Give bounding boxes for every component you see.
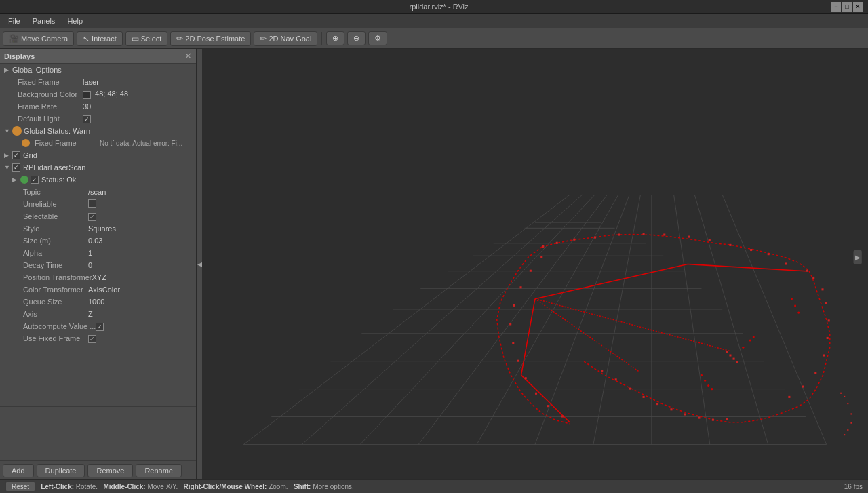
alpha-row[interactable]: Alpha 1 [0,247,196,259]
grid-checkbox[interactable]: ✓ [12,151,20,159]
default-light-row[interactable]: Default Light ✓ [0,113,196,125]
selectable-row[interactable]: Selectable ✓ [0,210,196,222]
close-button[interactable]: ✕ [853,2,863,12]
svg-rect-66 [618,233,620,235]
reset-button[interactable]: Reset [5,481,35,492]
displays-close-button[interactable]: ✕ [184,52,192,60]
queue-size-row[interactable]: Queue Size 1000 [0,296,196,308]
grid-item[interactable]: ▶ ✓ Grid [0,149,196,161]
duplicate-button[interactable]: Duplicate [37,464,85,477]
info-text-area [0,406,196,460]
svg-rect-87 [733,358,735,360]
svg-rect-45 [825,302,827,304]
axis-label: Axis [20,310,88,318]
viewport-expand-arrow[interactable]: ▶ [854,250,862,264]
rename-button[interactable]: Rename [136,464,182,477]
selectable-checkbox[interactable]: ✓ [88,213,96,221]
topic-value: /scan [88,188,195,196]
color-transformer-row[interactable]: Color Transformer AxisColor [0,283,196,296]
default-light-checkbox[interactable]: ✓ [83,115,91,123]
svg-rect-81 [525,377,527,379]
move-camera-button[interactable]: 🎥 Move Camera [3,31,74,46]
minimize-button[interactable]: − [831,2,841,12]
decay-time-row[interactable]: Decay Time 0 [0,259,196,271]
toolbar-plus[interactable]: ⊕ [326,31,344,45]
topic-row[interactable]: Topic /scan [0,186,196,198]
svg-rect-67 [643,233,645,235]
svg-rect-90 [844,396,845,397]
tree-area[interactable]: ▶ Global Options Fixed Frame laser Backg… [0,64,196,406]
axis-row[interactable]: Axis Z [0,308,196,320]
displays-panel: Displays ✕ ▶ Global Options Fixed Frame … [0,49,197,479]
interact-button[interactable]: ↖ Interact [77,31,123,46]
add-button[interactable]: Add [3,464,34,477]
position-transformer-row[interactable]: Position Transformer XYZ [0,271,196,283]
svg-rect-58 [643,396,645,398]
global-status-item[interactable]: ▼ Global Status: Warn [0,125,196,137]
default-light-value: ✓ [83,115,195,123]
svg-point-27 [791,298,793,300]
autocompute-checkbox[interactable]: ✓ [96,323,104,331]
svg-rect-89 [840,393,842,394]
grid-arrow: ▶ [4,152,12,159]
menu-panels[interactable]: Panels [27,16,61,26]
shift-label: Shift: [294,483,311,490]
main-layout: Displays ✕ ▶ Global Options Fixed Frame … [0,49,868,479]
remove-button[interactable]: Remove [87,464,133,477]
select-icon: ▭ [132,34,139,43]
use-fixed-frame-row[interactable]: Use Fixed Frame ✓ [0,332,196,344]
menu-help[interactable]: Help [62,16,88,26]
menu-file[interactable]: File [3,16,26,26]
frame-rate-row[interactable]: Frame Rate 30 [0,100,196,113]
displays-header: Displays ✕ [0,49,196,64]
bg-color-row[interactable]: Background Color 48; 48; 48 [0,88,196,100]
svg-rect-54 [698,417,700,419]
global-options-item[interactable]: ▶ Global Options [0,64,196,76]
fixed-frame-warn-label: Fixed Frame [32,139,100,147]
rplidar-item[interactable]: ▼ ✓ RPLidarLaserScan [0,161,196,174]
toolbar: 🎥 Move Camera ↖ Interact ▭ Select ✏ 2D P… [0,28,868,49]
color-transformer-label: Color Transformer [20,285,88,294]
fps-counter: 16 fps [844,483,863,490]
fixed-frame-warn-row[interactable]: Fixed Frame No tf data. Actual error: Fi… [0,137,196,149]
svg-rect-44 [821,288,823,290]
size-row[interactable]: Size (m) 0.03 [0,235,196,247]
grid-label: Grid [23,151,37,159]
svg-rect-76 [519,286,521,288]
nav-goal-button[interactable]: ✏ 2D Nav Goal [254,31,317,46]
svg-rect-86 [729,354,731,356]
svg-point-33 [711,388,713,390]
fixed-frame-value: laser [83,78,195,86]
fixed-frame-row[interactable]: Fixed Frame laser [0,76,196,88]
style-row[interactable]: Style Squares [0,222,196,235]
global-status-icon [12,126,22,136]
select-button[interactable]: ▭ Select [125,31,168,46]
status-ok-icon [20,176,28,184]
fixed-frame-warn-value: No tf data. Actual error: Fi... [100,140,195,147]
svg-rect-61 [601,370,603,372]
autocompute-row[interactable]: Autocompute Value ... ✓ [0,320,196,332]
autocompute-label: Autocompute Value ... [20,322,96,330]
toolbar-settings[interactable]: ⚙ [368,31,387,45]
size-value: 0.03 [88,237,195,245]
status-bar: Reset Left-Click: Rotate. Middle-Click: … [0,479,868,493]
collapse-handle[interactable]: ◀ [197,49,202,479]
decay-time-label: Decay Time [20,261,88,269]
toolbar-minus[interactable]: ⊖ [347,31,366,45]
rplidar-arrow: ▼ [4,164,12,171]
status-ok-checkbox[interactable]: ✓ [31,176,39,184]
unreliable-checkbox[interactable] [88,199,96,208]
window-controls: − □ ✕ [831,2,863,12]
viewport[interactable]: ▶ [202,49,868,479]
unreliable-row[interactable]: Unreliable [0,198,196,210]
svg-rect-75 [530,270,532,272]
maximize-button[interactable]: □ [842,2,852,12]
use-fixed-frame-checkbox[interactable]: ✓ [88,335,96,343]
svg-rect-52 [726,418,728,420]
pose-estimate-button[interactable]: ✏ 2D Pose Estimate [170,31,251,46]
svg-rect-85 [726,351,728,353]
bg-color-value: 48; 48; 48 [83,90,195,98]
displays-title: Displays [4,52,35,60]
status-ok-item[interactable]: ▶ ✓ Status: Ok [0,174,196,186]
rplidar-checkbox[interactable]: ✓ [12,163,20,172]
